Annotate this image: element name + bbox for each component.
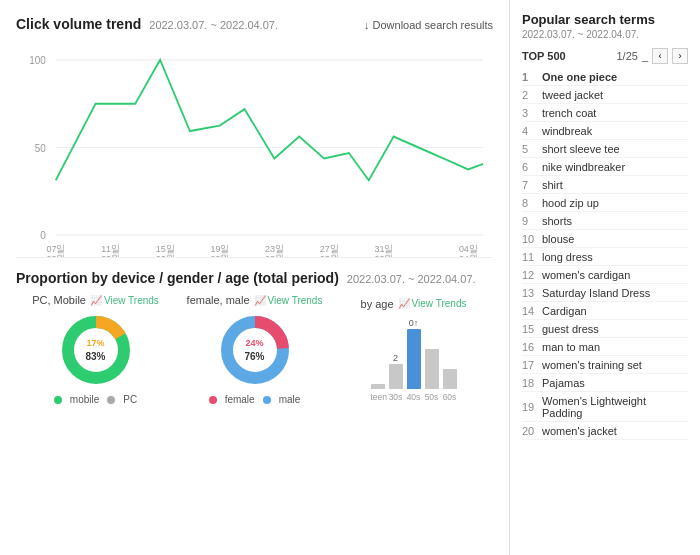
rank-number: 13 xyxy=(522,287,542,299)
rank-term: One one piece xyxy=(542,71,617,83)
rank-term: trench coat xyxy=(542,107,596,119)
list-item[interactable]: 15 guest dress xyxy=(522,320,688,338)
list-item[interactable]: 8 hood zip up xyxy=(522,194,688,212)
next-page-button[interactable]: › xyxy=(672,48,688,64)
device-legend: mobile PC xyxy=(54,394,137,405)
pagination: 1/25 _ ‹ › xyxy=(616,48,688,64)
rank-term: women's jacket xyxy=(542,425,617,437)
rank-term: Women's Lightweight Padding xyxy=(542,395,688,419)
rank-number: 1 xyxy=(522,71,542,83)
list-item[interactable]: 16 man to man xyxy=(522,338,688,356)
list-item[interactable]: 6 nike windbreaker xyxy=(522,158,688,176)
svg-text:11일: 11일 xyxy=(101,242,120,254)
svg-text:0: 0 xyxy=(40,230,46,242)
device-label: PC, Mobile 📈 View Trends xyxy=(32,294,159,306)
svg-text:03월: 03월 xyxy=(320,253,339,257)
proportion-charts: PC, Mobile 📈 View Trends 17% 83% xyxy=(16,294,493,405)
mobile-legend-dot xyxy=(54,396,62,404)
list-item[interactable]: 3 trench coat xyxy=(522,104,688,122)
list-item[interactable]: 9 shorts xyxy=(522,212,688,230)
svg-text:03월: 03월 xyxy=(156,253,175,257)
rank-number: 16 xyxy=(522,341,542,353)
gender-section: female, male 📈 View Trends 24% 76% xyxy=(175,294,334,405)
proportion-header: Proportion by device / gender / age (tot… xyxy=(16,270,493,286)
svg-text:04일: 04일 xyxy=(459,242,478,254)
pc-legend-dot xyxy=(107,396,115,404)
rank-number: 9 xyxy=(522,215,542,227)
device-section: PC, Mobile 📈 View Trends 17% 83% xyxy=(16,294,175,405)
sidebar-date: 2022.03.07. ~ 2022.04.07. xyxy=(522,29,688,40)
list-item[interactable]: 13 Saturday Island Dress xyxy=(522,284,688,302)
rank-term: guest dress xyxy=(542,323,599,335)
device-view-trends[interactable]: 📈 View Trends xyxy=(90,295,159,306)
list-item[interactable]: 11 long dress xyxy=(522,248,688,266)
svg-text:03월: 03월 xyxy=(210,253,229,257)
prev-page-button[interactable]: ‹ xyxy=(652,48,668,64)
rank-number: 6 xyxy=(522,161,542,173)
rank-number: 15 xyxy=(522,323,542,335)
list-item[interactable]: 10 blouse xyxy=(522,230,688,248)
rank-term: windbreak xyxy=(542,125,592,137)
gender-center-text: 24% 76% xyxy=(244,338,264,363)
rank-number: 10 xyxy=(522,233,542,245)
svg-text:03월: 03월 xyxy=(46,253,65,257)
list-item[interactable]: 17 women's training set xyxy=(522,356,688,374)
click-volume-chart: 100 50 0 07일 03월 11일 03월 15일 03월 19일 03월… xyxy=(16,38,493,258)
gender-view-trends[interactable]: 📈 View Trends xyxy=(254,295,323,306)
pagination-text: 1/25 xyxy=(616,50,637,62)
male-legend-dot xyxy=(263,396,271,404)
svg-text:03월: 03월 xyxy=(374,253,393,257)
rank-term: shorts xyxy=(542,215,572,227)
bar-60s xyxy=(443,368,457,389)
rank-term: Pajamas xyxy=(542,377,585,389)
svg-text:07일: 07일 xyxy=(46,242,65,254)
list-item[interactable]: 19 Women's Lightweight Padding xyxy=(522,392,688,422)
bar-30s: 2 xyxy=(389,353,403,389)
top-row: TOP 500 1/25 _ ‹ › xyxy=(522,48,688,64)
rank-term: Cardigan xyxy=(542,305,587,317)
download-icon: ↓ xyxy=(364,19,370,31)
pagination-sep: _ xyxy=(642,50,648,62)
list-item[interactable]: 7 shirt xyxy=(522,176,688,194)
svg-text:03월: 03월 xyxy=(101,253,120,257)
bar-40s: 0↑ xyxy=(407,318,421,389)
list-item[interactable]: 4 windbreak xyxy=(522,122,688,140)
chart-header: Click volume trend 2022.03.07. ~ 2022.04… xyxy=(16,16,493,32)
list-item[interactable]: 20 women's jacket xyxy=(522,422,688,440)
main-panel: Click volume trend 2022.03.07. ~ 2022.04… xyxy=(0,0,510,555)
sidebar-title: Popular search terms xyxy=(522,12,688,27)
list-item[interactable]: 12 women's cardigan xyxy=(522,266,688,284)
proportion-title: Proportion by device / gender / age (tot… xyxy=(16,270,339,286)
age-x-labels: teen 30s 40s 50s 60s xyxy=(371,392,457,402)
list-item[interactable]: 5 short sleeve tee xyxy=(522,140,688,158)
gender-label: female, male 📈 View Trends xyxy=(187,294,323,306)
chart-date-range: 2022.03.07. ~ 2022.04.07. xyxy=(149,19,278,31)
rank-term: nike windbreaker xyxy=(542,161,625,173)
download-label: Download search results xyxy=(373,19,493,31)
gender-donut: 24% 76% xyxy=(215,310,295,390)
age-view-trends[interactable]: 📈 View Trends xyxy=(398,298,467,309)
trend-icon: 📈 xyxy=(90,295,102,306)
rank-term: hood zip up xyxy=(542,197,599,209)
svg-text:27일: 27일 xyxy=(320,242,339,254)
top-badge: TOP 500 xyxy=(522,50,566,62)
rank-number: 17 xyxy=(522,359,542,371)
device-center-text: 17% 83% xyxy=(85,338,105,363)
device-donut: 17% 83% xyxy=(56,310,136,390)
rank-number: 8 xyxy=(522,197,542,209)
list-item[interactable]: 1 One one piece xyxy=(522,68,688,86)
list-item[interactable]: 14 Cardigan xyxy=(522,302,688,320)
download-link[interactable]: ↓ Download search results xyxy=(364,19,493,31)
svg-text:23일: 23일 xyxy=(265,242,284,254)
rank-term: Saturday Island Dress xyxy=(542,287,650,299)
proportion-date-range: 2022.03.07. ~ 2022.04.07. xyxy=(347,273,476,285)
rank-number: 4 xyxy=(522,125,542,137)
list-item[interactable]: 18 Pajamas xyxy=(522,374,688,392)
svg-text:03월: 03월 xyxy=(265,253,284,257)
svg-text:100: 100 xyxy=(29,55,46,67)
trend-icon-3: 📈 xyxy=(398,298,410,309)
list-item[interactable]: 2 tweed jacket xyxy=(522,86,688,104)
rank-number: 19 xyxy=(522,401,542,413)
rank-number: 3 xyxy=(522,107,542,119)
sidebar: Popular search terms 2022.03.07. ~ 2022.… xyxy=(510,0,700,555)
